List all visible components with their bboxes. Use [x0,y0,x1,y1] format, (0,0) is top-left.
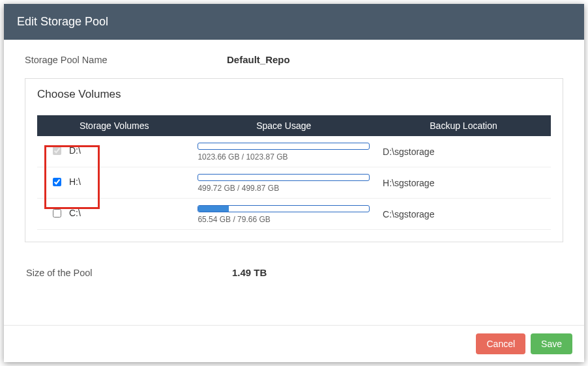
progress-bar [198,174,370,181]
progress-bar-fill [198,206,229,212]
progress-bar [198,143,370,150]
col-space-usage: Space Usage [191,115,376,136]
volume-name: H:\ [69,176,81,187]
pool-name-value: Default_Repo [227,54,290,65]
volume-cell: C:\ [37,199,191,230]
modal-header: Edit Storage Pool [4,4,584,40]
volume-cell: H:\ [37,167,191,199]
backup-location: C:\sgstorage [376,199,551,230]
edit-storage-pool-modal: Edit Storage Pool Storage Pool Name Defa… [4,4,584,362]
pool-name-label: Storage Pool Name [25,55,227,65]
usage-cell: 499.72 GB / 499.87 GB [191,167,376,199]
usage-text: 65.54 GB / 79.66 GB [198,215,370,224]
usage-text: 1023.66 GB / 1023.87 GB [198,152,370,162]
save-button[interactable]: Save [531,333,572,354]
volume-name: C:\ [69,208,81,218]
usage-cell: 65.54 GB / 79.66 GB [191,199,376,230]
usage-cell: 1023.66 GB / 1023.87 GB [191,136,376,167]
volume-checkbox[interactable] [53,209,61,218]
pool-name-row: Storage Pool Name Default_Repo [25,54,563,65]
modal-body: Storage Pool Name Default_Repo Choose Vo… [4,40,584,325]
pool-size-value: 1.49 TB [232,267,267,278]
modal-footer: Cancel Save [4,325,584,362]
modal-title: Edit Storage Pool [17,15,108,28]
table-row: H:\499.72 GB / 499.87 GBH:\sgstorage [37,167,551,199]
volume-checkbox[interactable] [53,178,61,186]
volume-name: D:\ [69,145,81,156]
choose-volumes-panel: Choose Volumes Storage Volumes Space Usa… [25,78,563,242]
cancel-button[interactable]: Cancel [476,333,525,354]
table-row: C:\65.54 GB / 79.66 GBC:\sgstorage [37,199,551,230]
backup-location: H:\sgstorage [376,167,551,199]
pool-size-row: Size of the Pool 1.49 TB [25,267,563,278]
volumes-table: Storage Volumes Space Usage Backup Locat… [37,115,551,230]
table-row: D:\1023.66 GB / 1023.87 GBD:\sgstorage [37,136,551,167]
backup-location: D:\sgstorage [376,136,551,167]
col-backup-location: Backup Location [376,115,551,136]
progress-bar [198,205,370,212]
pool-size-label: Size of the Pool [26,268,232,278]
volume-cell: D:\ [37,136,191,167]
table-header-row: Storage Volumes Space Usage Backup Locat… [37,115,551,136]
usage-text: 499.72 GB / 499.87 GB [198,184,370,193]
choose-volumes-title: Choose Volumes [37,88,551,101]
col-storage-volumes: Storage Volumes [37,115,191,136]
volume-checkbox [53,147,61,155]
